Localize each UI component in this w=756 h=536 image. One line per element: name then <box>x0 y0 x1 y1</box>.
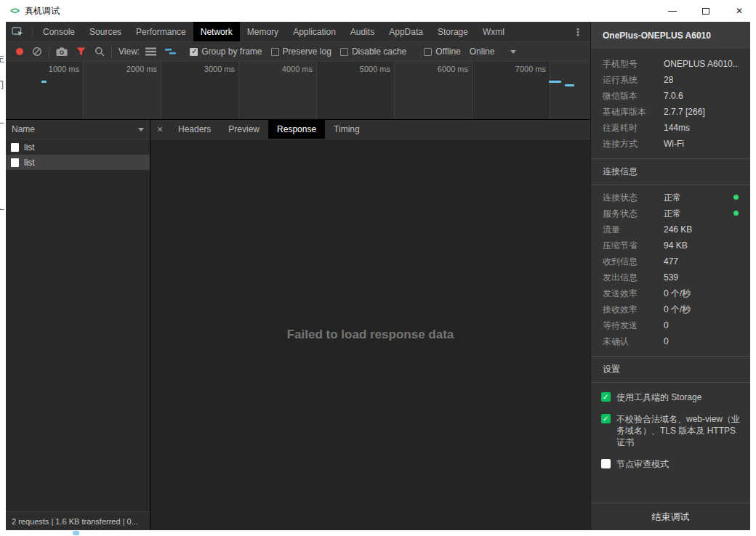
info-label: 往返耗时 <box>603 122 664 134</box>
request-detail-panel: × Headers Preview Response Timing Failed… <box>150 120 590 530</box>
info-row: 运行系统 28 <box>603 72 739 88</box>
response-body: Failed to load response data <box>150 139 590 530</box>
preserve-log-toggle[interactable]: Preserve log <box>271 46 331 57</box>
request-row[interactable]: list <box>6 139 150 155</box>
requests-panel: Name list list 2 requests | 1.6 KB trans… <box>6 120 150 530</box>
close-button[interactable]: ✕ <box>723 0 756 22</box>
offline-toggle[interactable]: Offline <box>424 46 460 57</box>
close-detail-button[interactable]: × <box>150 120 169 139</box>
connection-label: 流量 <box>603 224 664 236</box>
edge-glyph: 广 <box>0 206 4 219</box>
setting-label: 不校验合法域名、web-view（业务域名）、TLS 版本及 HTTPS 证书 <box>616 413 740 448</box>
network-overview-timeline[interactable]: 1000 ms 2000 ms 3000 ms 4000 ms 5000 ms … <box>6 62 590 120</box>
empty-response-message: Failed to load response data <box>287 328 454 342</box>
connection-label: 服务状态 <box>603 208 664 220</box>
status-bar-summary: 2 requests | 1.6 KB transferred | 0... <box>12 517 138 526</box>
info-row: 手机型号 ONEPLUS A6010... <box>603 56 739 72</box>
status-dot <box>733 211 739 216</box>
edge-glyph: 门 <box>0 78 4 92</box>
inspect-device-icon <box>12 27 24 37</box>
network-status-bar: 2 requests | 1.6 KB transferred | 0... <box>6 511 150 530</box>
tab-storage[interactable]: Storage <box>430 22 475 41</box>
document-icon <box>11 143 19 152</box>
info-label: 运行系统 <box>603 74 664 86</box>
timeline-tick-overflow <box>550 62 590 119</box>
view-waterfall-button[interactable] <box>161 42 181 62</box>
info-label: 连接方式 <box>603 138 664 150</box>
tab-console[interactable]: Console <box>36 22 82 41</box>
more-menu-button[interactable]: ⋮ <box>566 22 590 41</box>
tab-timing[interactable]: Timing <box>325 120 369 139</box>
setting-checkbox[interactable] <box>601 459 611 468</box>
group-by-frame-checkbox[interactable] <box>190 48 198 56</box>
setting-node-inspect-mode[interactable]: 节点审查模式 <box>601 458 740 470</box>
preserve-log-checkbox[interactable] <box>271 48 279 56</box>
offline-checkbox[interactable] <box>424 48 432 56</box>
toolbar-separator <box>49 46 49 57</box>
maximize-icon <box>702 8 709 15</box>
tab-preview[interactable]: Preview <box>220 120 268 139</box>
edge-glyph: 左 <box>0 52 4 65</box>
timeline-tick: 6000 ms <box>395 62 472 119</box>
setting-checkbox[interactable] <box>601 392 611 402</box>
disable-cache-toggle[interactable]: Disable cache <box>340 46 406 57</box>
request-row[interactable]: list <box>6 155 150 170</box>
group-by-frame-label: Group by frame <box>201 46 262 57</box>
timeline-tick: 3000 ms <box>161 62 239 119</box>
info-value: ONEPLUS A6010... <box>664 59 739 69</box>
connection-row: 流量 246 KB <box>603 222 739 237</box>
maximize-button[interactable] <box>689 0 723 22</box>
search-button[interactable] <box>90 42 109 62</box>
view-list-button[interactable] <box>141 42 161 62</box>
setting-skip-domain-check[interactable]: 不校验合法域名、web-view（业务域名）、TLS 版本及 HTTPS 证书 <box>601 413 740 448</box>
requests-name-header[interactable]: Name <box>6 120 150 139</box>
connection-row: 未确认 0 <box>603 333 739 349</box>
chevron-down-icon[interactable] <box>138 128 144 131</box>
toolbar-separator <box>111 46 112 57</box>
connection-value: 0 个/秒 <box>664 288 691 300</box>
disable-cache-checkbox[interactable] <box>340 48 348 56</box>
setting-checkbox[interactable] <box>601 414 611 423</box>
connection-row: 服务状态 正常 <box>603 206 739 222</box>
record-button[interactable] <box>12 42 28 62</box>
group-by-frame-toggle[interactable]: Group by frame <box>190 46 262 57</box>
connection-value: 正常 <box>664 208 681 220</box>
tab-performance[interactable]: Performance <box>129 22 193 41</box>
minimize-button[interactable]: — <box>656 0 689 22</box>
inspect-device-button[interactable] <box>6 22 29 41</box>
setting-label: 节点审查模式 <box>616 458 669 470</box>
tab-separator <box>32 25 33 38</box>
info-label: 微信版本 <box>603 90 664 102</box>
timeline-tick: 5000 ms <box>317 62 395 119</box>
tab-memory[interactable]: Memory <box>240 22 286 41</box>
tab-wxml[interactable]: Wxml <box>475 22 512 41</box>
document-icon <box>11 158 19 167</box>
filter-button[interactable] <box>72 42 90 62</box>
clear-button[interactable] <box>28 42 47 62</box>
connection-value: 246 KB <box>664 224 692 235</box>
chevron-down-icon <box>510 50 516 54</box>
tab-sources[interactable]: Sources <box>82 22 129 41</box>
end-debug-button[interactable]: 结束调试 <box>591 503 750 530</box>
detail-tab-bar: × Headers Preview Response Timing <box>150 120 590 139</box>
setting-use-tool-storage[interactable]: 使用工具端的 Storage <box>601 391 740 403</box>
tab-audits[interactable]: Audits <box>343 22 382 41</box>
connection-row: 收到信息 477 <box>603 253 739 269</box>
camera-icon <box>56 47 68 57</box>
tab-appdata[interactable]: AppData <box>382 22 430 41</box>
timeline-tick: 4000 ms <box>239 62 317 119</box>
connection-label: 未确认 <box>603 336 664 348</box>
tab-network[interactable]: Network <box>193 22 240 41</box>
tab-response[interactable]: Response <box>268 120 325 139</box>
status-dot <box>733 195 739 200</box>
connection-section-title: 连接信息 <box>591 159 750 184</box>
throttling-select[interactable]: Online <box>470 46 517 57</box>
tab-headers[interactable]: Headers <box>169 120 220 139</box>
tab-application[interactable]: Application <box>286 22 343 41</box>
connection-value: 0 <box>664 336 669 346</box>
request-bar <box>41 81 47 83</box>
background-artifact <box>73 531 79 535</box>
screenshot-button[interactable] <box>52 42 72 62</box>
device-info-section: 手机型号 ONEPLUS A6010... 运行系统 28 微信版本 7.0.6… <box>591 49 750 152</box>
right-edge-background <box>750 22 756 530</box>
